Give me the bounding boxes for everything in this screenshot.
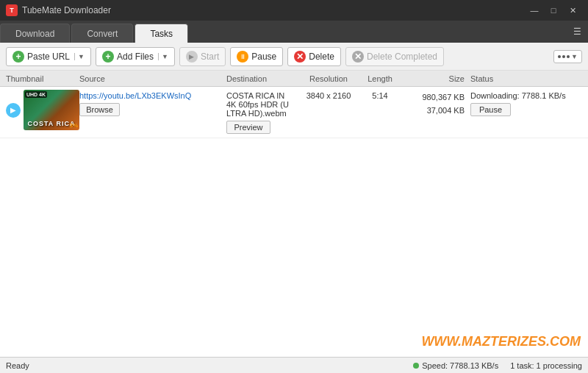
progress-percent: 3% (69, 122, 78, 129)
col-header-resolution: Resolution (295, 74, 362, 83)
thumbnail-cell: ▶ UHD 4K COSTA RICA 3% (6, 90, 79, 130)
tab-tasks[interactable]: Tasks (135, 24, 188, 43)
destination-filename: COSTA RICA IN 4K 60fps HDR (ULTRA HD).we… (226, 91, 290, 118)
window-controls: — □ ✕ (525, 3, 582, 18)
status-text: Downloading: 7788.1 KB/s (470, 91, 582, 100)
thumbnail-image: UHD 4K COSTA RICA 3% (24, 90, 79, 130)
add-files-button[interactable]: + Add Files ▼ (96, 47, 175, 66)
status-cell: Downloading: 7788.1 KB/s Pause (465, 90, 582, 116)
size-cell: 980,367 KB 37,004 KB (398, 90, 465, 117)
paste-url-button[interactable]: + Paste URL ▼ (6, 47, 91, 66)
table-header: Thumbnail Source Destination Resolution … (0, 71, 588, 87)
add-files-dropdown-icon[interactable]: ▼ (158, 53, 168, 60)
add-files-icon: + (102, 51, 114, 63)
pause-icon: ⏸ (237, 51, 248, 63)
hamburger-menu-icon[interactable]: ☰ (566, 21, 588, 43)
thumbnail-title: COSTA RICA (28, 120, 76, 127)
toolbar: + Paste URL ▼ + Add Files ▼ ▶ Start ⏸ Pa… (0, 43, 588, 71)
start-icon: ▶ (186, 51, 198, 63)
dot-menu-icon (558, 55, 570, 58)
more-options-button[interactable]: ▼ (553, 50, 582, 63)
status-ready: Ready (6, 361, 401, 370)
delete-completed-icon: ✕ (352, 51, 364, 63)
col-header-length: Length (362, 74, 398, 83)
destination-cell: COSTA RICA IN 4K 60fps HDR (ULTRA HD).we… (226, 90, 295, 134)
table-row: ▶ UHD 4K COSTA RICA 3% https://youtu.be/… (0, 87, 588, 138)
col-header-size: Size (398, 74, 465, 83)
resolution-cell: 3840 x 2160 (295, 90, 362, 100)
minimize-button[interactable]: — (525, 3, 544, 18)
col-header-thumbnail: Thumbnail (6, 74, 79, 83)
col-header-destination: Destination (226, 74, 295, 83)
speed-indicator-icon (413, 363, 419, 369)
speed-value: Speed: 7788.13 KB/s (422, 361, 498, 370)
status-bar: Ready Speed: 7788.13 KB/s 1 task: 1 proc… (0, 357, 588, 373)
size-line1: 980,367 KB (398, 91, 465, 104)
delete-completed-button[interactable]: ✕ Delete Completed (345, 47, 444, 66)
col-header-source: Source (79, 74, 226, 83)
source-cell: https://youtu.be/LXb3EKWsInQ Browse (79, 90, 226, 116)
close-button[interactable]: ✕ (563, 3, 582, 18)
pause-button[interactable]: ⏸ Pause (230, 47, 283, 66)
length-cell: 5:14 (362, 90, 398, 100)
browse-button[interactable]: Browse (79, 103, 120, 116)
delete-icon: ✕ (294, 51, 306, 63)
preview-button[interactable]: Preview (226, 121, 270, 134)
row-pause-button[interactable]: Pause (470, 103, 511, 116)
size-line2: 37,004 KB (398, 104, 465, 118)
watermark: WWW.MAZTERIZES.COM (421, 334, 581, 349)
delete-button[interactable]: ✕ Delete (287, 47, 341, 66)
tab-convert[interactable]: Convert (71, 24, 133, 43)
col-header-status: Status (465, 74, 582, 83)
paste-url-icon: + (12, 51, 24, 63)
table-content: ▶ UHD 4K COSTA RICA 3% https://youtu.be/… (0, 87, 588, 357)
status-speed: Speed: 7788.13 KB/s (413, 361, 498, 370)
title-bar: T TubeMate Downloader — □ ✕ (0, 0, 588, 21)
uhd-badge: UHD 4K (25, 91, 47, 98)
maximize-button[interactable]: □ (544, 3, 563, 18)
tab-download[interactable]: Download (0, 24, 70, 43)
source-url: https://youtu.be/LXb3EKWsInQ (79, 91, 226, 100)
paste-url-dropdown-icon[interactable]: ▼ (74, 53, 85, 60)
status-task-info: 1 task: 1 processing (510, 361, 582, 370)
app-title: TubeMate Downloader (22, 5, 525, 15)
tab-bar: Download Convert Tasks ☰ (0, 21, 588, 43)
start-button[interactable]: ▶ Start (179, 47, 226, 66)
task-play-button[interactable]: ▶ (6, 103, 21, 118)
app-icon: T (6, 4, 18, 16)
